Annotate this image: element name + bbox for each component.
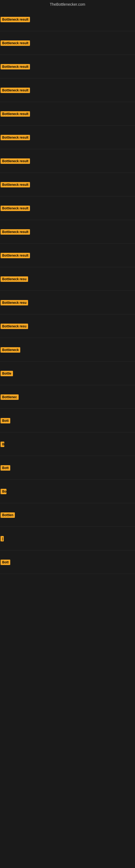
list-item: Bottleneck result (0, 173, 135, 196)
list-item: Bottleneck result (0, 79, 135, 102)
bottleneck-result-badge[interactable]: Bottleneck result (1, 253, 30, 258)
list-item: Bottlen (0, 503, 135, 527)
bottleneck-result-badge[interactable]: Bottleneck result (1, 111, 30, 117)
list-item: Bottleneck result (0, 244, 135, 267)
bottleneck-result-badge[interactable]: Bott (1, 465, 10, 471)
list-item: Bottleneck result (0, 31, 135, 55)
bottleneck-result-badge[interactable]: Bottleneck resu (1, 323, 28, 329)
list-item: Bottleneck resu (0, 314, 135, 338)
bottleneck-result-badge[interactable]: Bottlen (1, 513, 15, 518)
bottleneck-result-badge[interactable]: B (1, 442, 4, 447)
bottleneck-result-badge[interactable]: Bottleneck result (1, 88, 30, 93)
list-item: Bottleneck result (0, 220, 135, 244)
bottleneck-result-badge[interactable]: Bo (1, 489, 6, 494)
bottleneck-result-badge[interactable]: Bottleneck result (1, 182, 30, 187)
list-item: B (0, 432, 135, 456)
bottleneck-result-badge[interactable]: Bottleneck resu (1, 276, 28, 282)
list-item: Bott (0, 456, 135, 479)
list-item: Bottleneck resu (0, 267, 135, 291)
bottleneck-result-badge[interactable]: Bottleneck result (1, 135, 30, 140)
list-item: Bott (0, 409, 135, 432)
bottleneck-result-badge[interactable]: Bottleneck resu (1, 300, 28, 305)
bottleneck-result-badge[interactable]: Bottleneck (1, 347, 20, 352)
bottleneck-result-badge[interactable]: Bottleneck result (1, 64, 30, 69)
list-item: | (0, 527, 135, 550)
list-item: Bottleneck result (0, 149, 135, 173)
bottleneck-result-badge[interactable]: Bottleneck result (1, 206, 30, 211)
list-item: Bott (0, 550, 135, 574)
list-item: Bottleneck resu (0, 291, 135, 314)
list-item: Bottleneck (0, 338, 135, 362)
list-item: Bottlenec (0, 385, 135, 409)
bottleneck-result-badge[interactable]: Bottleneck result (1, 40, 30, 46)
bottleneck-result-badge[interactable]: | (1, 536, 4, 541)
list-item: Bo (0, 479, 135, 503)
bottleneck-result-badge[interactable]: Bott (1, 560, 10, 565)
bottleneck-result-badge[interactable]: Bott (1, 418, 10, 424)
bottleneck-result-badge[interactable]: Bottlenec (1, 394, 18, 400)
list-item: Bottleneck result (0, 196, 135, 220)
list-item: Bottleneck result (0, 102, 135, 126)
site-title: TheBottlenecker.com (0, 0, 135, 8)
site-header: TheBottlenecker.com (0, 0, 135, 8)
list-item: Bottleneck result (0, 55, 135, 79)
rows-container: Bottleneck resultBottleneck resultBottle… (0, 8, 135, 574)
bottleneck-result-badge[interactable]: Bottleneck result (1, 158, 30, 164)
list-item: Bottleneck result (0, 126, 135, 149)
bottleneck-result-badge[interactable]: Bottle (1, 371, 13, 376)
list-item: Bottle (0, 362, 135, 385)
list-item: Bottleneck result (0, 8, 135, 31)
bottleneck-result-badge[interactable]: Bottleneck result (1, 17, 30, 22)
bottleneck-result-badge[interactable]: Bottleneck result (1, 229, 30, 235)
